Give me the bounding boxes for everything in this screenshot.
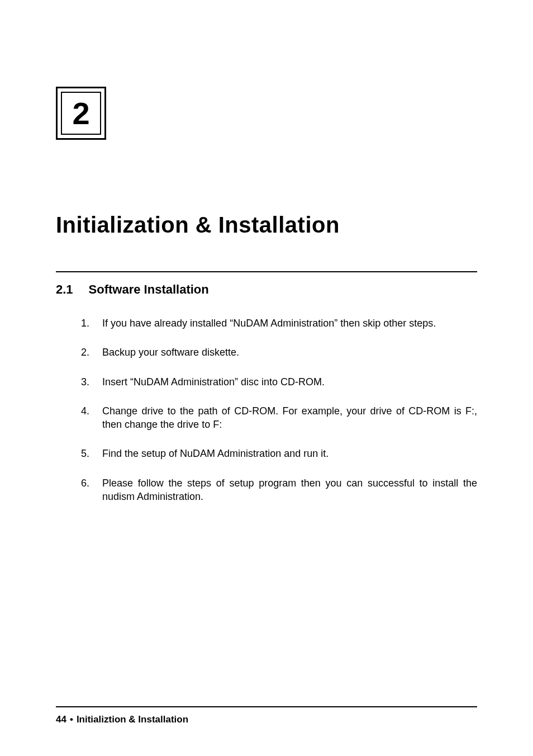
step-text: Backup your software diskette. <box>102 346 477 359</box>
step-number: 3. <box>81 375 102 389</box>
list-item: 2. Backup your software diskette. <box>81 346 477 359</box>
list-item: 1. If you have already installed “NuDAM … <box>81 316 477 330</box>
chapter-title: Initialization & Installation <box>56 212 477 238</box>
footer-section-name: Initializtion & Installation <box>77 714 188 725</box>
chapter-number-box-inner: 2 <box>61 92 101 135</box>
footer-bullet: • <box>70 714 73 725</box>
footer-content: 44 • Initializtion & Installation <box>56 714 477 725</box>
steps-list: 1. If you have already installed “NuDAM … <box>56 316 477 503</box>
list-item: 5. Find the setup of NuDAM Administratio… <box>81 447 477 460</box>
step-text: If you have already installed “NuDAM Adm… <box>102 316 477 330</box>
section-title: Software Installation <box>89 282 209 297</box>
step-number: 4. <box>81 404 102 432</box>
page-number: 44 <box>56 714 66 725</box>
section-divider <box>56 271 477 272</box>
step-number: 1. <box>81 316 102 330</box>
step-number: 5. <box>81 447 102 460</box>
section-header: 2.1 Software Installation <box>56 282 477 297</box>
step-text: Find the setup of NuDAM Administration a… <box>102 447 477 460</box>
chapter-number: 2 <box>72 95 89 131</box>
section-number: 2.1 <box>56 282 73 297</box>
list-item: 4. Change drive to the path of CD-ROM. F… <box>81 404 477 432</box>
step-text: Insert “NuDAM Administration” disc into … <box>102 375 477 389</box>
list-item: 3. Insert “NuDAM Administration” disc in… <box>81 375 477 389</box>
step-number: 2. <box>81 346 102 359</box>
footer-divider <box>56 706 477 707</box>
step-text: Please follow the steps of setup program… <box>102 476 477 504</box>
list-item: 6. Please follow the steps of setup prog… <box>81 476 477 504</box>
page-footer: 44 • Initializtion & Installation <box>56 706 477 725</box>
chapter-number-box-outer: 2 <box>56 87 106 140</box>
step-text: Change drive to the path of CD-ROM. For … <box>102 404 477 432</box>
step-number: 6. <box>81 476 102 504</box>
